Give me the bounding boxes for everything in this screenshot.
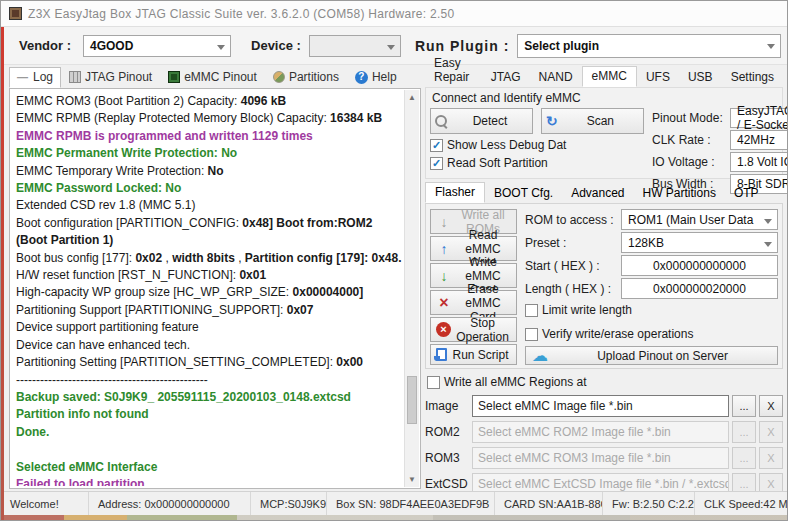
file-input-image[interactable]: Select eMMC Image file *.bin: [472, 395, 729, 417]
log-line: [16, 441, 402, 458]
log-line: Done.: [16, 424, 402, 441]
left-tab-help[interactable]: ?Help: [348, 67, 405, 88]
run-plugin-label: Run Plugin :: [415, 38, 509, 54]
tab-easy-repair[interactable]: Easy Repair: [425, 54, 482, 87]
tab-nand[interactable]: NAND: [530, 68, 582, 87]
tab-label: Log: [33, 70, 53, 84]
scroll-down-icon[interactable]: ▼: [405, 472, 419, 487]
erase-emmc-card-button[interactable]: ×Erase eMMC Card: [430, 290, 517, 315]
length-hex-label: Length ( HEX ) :: [525, 282, 621, 296]
log-line: H/W reset function [RST_N_FUNCTION]: 0x0…: [16, 267, 402, 284]
device-select[interactable]: [309, 35, 401, 57]
log-line: Boot bus config [177]: 0x02 , width 8bit…: [16, 250, 402, 267]
checkbox-show-less-debug-dat[interactable]: ✓Show Less Debug Dat: [430, 138, 644, 152]
tab-jtag[interactable]: JTAG: [482, 68, 530, 87]
title-bar: Z3X EasyJtag Box JTAG Classic Suite ver.…: [1, 1, 787, 27]
clear-button[interactable]: X: [759, 395, 783, 417]
log-line: EMMC ROM3 (Boot Partition 2) Capacity: 4…: [16, 93, 402, 110]
tab-label: Partitions: [289, 70, 339, 84]
checkbox-label: Read Soft Partition: [447, 156, 548, 170]
limit-write-length-label: Limit write length: [542, 303, 632, 317]
region-label: ExtCSD: [425, 477, 469, 491]
tab-hw-partitions[interactable]: HW Partitions: [634, 184, 725, 203]
preset-value: 128KB: [628, 236, 664, 250]
tab-boot-cfg[interactable]: BOOT Cfg.: [485, 184, 562, 203]
tab-emmc[interactable]: eMMC: [582, 66, 637, 87]
dropdown-value: 1.8 Volt IO: [737, 155, 788, 169]
run-script-button[interactable]: Run Script: [430, 344, 517, 365]
length-hex-input[interactable]: [621, 278, 778, 299]
preset-label: Preset :: [525, 236, 621, 250]
connect-selects: Pinout Mode:EasyJTAG2 / E-SocketCLK Rate…: [644, 108, 788, 194]
left-tab-emmc-pinout[interactable]: eMMC Pinout: [161, 67, 265, 88]
button-label: Run Script: [450, 348, 511, 362]
verify-operations-checkbox[interactable]: Verify write/erase operations: [525, 327, 778, 341]
write-all-regions-checkbox[interactable]: Write all eMMC Regions at: [427, 375, 783, 389]
dropdown-value: EasyJTAG2 / E-Socket: [737, 104, 788, 132]
emmc-panel: Easy RepairJTAGNANDeMMCUFSUSBSettings Co…: [425, 67, 783, 489]
script-icon: [436, 348, 447, 361]
upload-pinout-label: Upload Pinout on Server: [554, 349, 771, 363]
file-input-rom3: Select eMMC ROM3 Image file *.bin: [472, 447, 729, 469]
limit-write-length-checkbox[interactable]: Limit write length: [525, 303, 778, 317]
preset-select[interactable]: 128KB: [621, 232, 778, 253]
run-plugin-select[interactable]: Select plugin: [517, 34, 781, 58]
tab-label: eMMC Pinout: [184, 70, 257, 84]
scan-button[interactable]: ↻ Scan: [541, 108, 644, 134]
status-item-6: CLK Speed:42 MHz: [695, 492, 787, 515]
rom-access-select[interactable]: ROM1 (Main User Data: [621, 209, 778, 230]
tab-ufs[interactable]: UFS: [637, 68, 679, 87]
run-plugin-value: Select plugin: [524, 39, 599, 53]
tab-label: Help: [372, 70, 397, 84]
checkbox: [525, 328, 538, 341]
region-row-rom2: ROM2Select eMMC ROM2 Image file *.bin...…: [425, 421, 783, 443]
scroll-up-icon[interactable]: ▲: [405, 90, 419, 105]
log-line: Partition info not found: [16, 406, 402, 423]
dropdown-io-voltage[interactable]: 1.8 Volt IO: [730, 152, 788, 172]
log-line: Partitioning Support [PARTITIONING_SUPPO…: [16, 302, 402, 319]
window-title: Z3X EasyJtag Box JTAG Classic Suite ver.…: [28, 7, 455, 21]
checkbox-read-soft-partition[interactable]: ✓Read Soft Partition: [430, 156, 644, 170]
refresh-icon: ↻: [546, 113, 558, 129]
tab-label: JTAG Pinout: [85, 70, 152, 84]
tab-usb[interactable]: USB: [679, 68, 722, 87]
dropdown-clk-rate[interactable]: 42MHz: [730, 130, 788, 150]
start-hex-input[interactable]: [621, 255, 778, 276]
left-tab-log[interactable]: —Log: [9, 67, 61, 88]
region-label: Image: [425, 399, 469, 413]
search-icon: [435, 115, 448, 128]
chevron-down-icon: [217, 45, 225, 50]
scrollbar-thumb[interactable]: [407, 376, 417, 424]
bottom-edge-artifact: [1, 515, 787, 520]
rom-access-label: ROM to access :: [525, 213, 621, 227]
tab-advanced[interactable]: Advanced: [562, 184, 633, 203]
left-tab-bar: —LogJTAG PinouteMMC PinoutPartitions?Hel…: [9, 67, 421, 88]
log-line: Extended CSD rev 1.8 (MMC 5.1): [16, 197, 402, 214]
tab-settings[interactable]: Settings: [722, 68, 783, 87]
log-area[interactable]: EMMC ROM3 (Boot Partition 2) Capacity: 4…: [10, 91, 404, 486]
left-tab-jtag-pinout[interactable]: JTAG Pinout: [62, 67, 160, 88]
chevron-down-icon: [387, 45, 395, 50]
help-icon: ?: [355, 71, 368, 84]
checkbox: [525, 304, 538, 317]
upload-pinout-button[interactable]: ☁ Upload Pinout on Server: [525, 346, 778, 365]
status-item-2: MCP:S0J9K9: [251, 492, 327, 515]
left-tab-partitions[interactable]: Partitions: [266, 67, 347, 88]
vendor-select[interactable]: 4GOOD: [83, 35, 231, 57]
left-edge-artifact: [1, 27, 4, 520]
status-bar: Welcome!Address: 0x000000000000MCP:S0J9K…: [1, 491, 787, 515]
rom-access-value: ROM1 (Main User Data: [628, 213, 753, 227]
tab-flasher[interactable]: Flasher: [425, 182, 485, 203]
detect-button[interactable]: Detect: [430, 108, 533, 134]
tab-otp[interactable]: OTP: [725, 184, 768, 203]
connect-checkboxes: ✓Show Less Debug Dat✓Read Soft Partition: [430, 138, 644, 170]
region-label: ROM3: [425, 451, 469, 465]
regions-group: Write all eMMC Regions at ImageSelect eM…: [425, 375, 783, 495]
stop-operation-button[interactable]: ×Stop Operation: [430, 317, 517, 342]
select-label: IO Voltage :: [652, 155, 730, 169]
cloud-upload-icon: ☁: [532, 348, 548, 364]
dropdown-pinout-mode[interactable]: EasyJTAG2 / E-Socket: [730, 108, 788, 128]
log-line: EMMC RPMB is programmed and written 1129…: [16, 128, 402, 145]
log-scrollbar[interactable]: ▲ ▼: [404, 90, 419, 487]
browse-button[interactable]: ...: [732, 395, 756, 417]
